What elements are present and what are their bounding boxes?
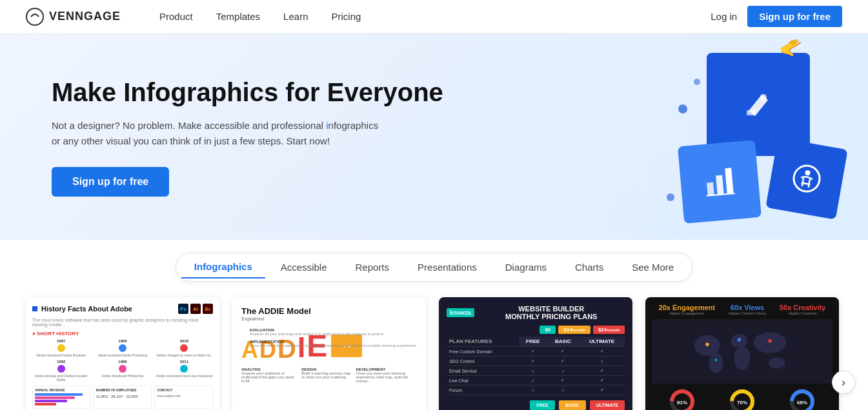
adobe-badges: Ps Ai Br: [178, 304, 213, 314]
cta-ultimate[interactable]: ULTIMATE: [590, 400, 625, 410]
row-seo: SEO Control ✓ ✓ ○: [447, 356, 625, 366]
stat-views: 60x Views Higher Content Views: [729, 304, 766, 315]
label-implementation: IMPLEMENTATIONOnce the learning experien…: [250, 340, 417, 347]
hero-title: Make Infographics for Everyone: [52, 77, 443, 108]
views-label: Higher Content Views: [729, 311, 766, 315]
donut-row: 81% 70%: [652, 387, 833, 410]
tab-diagrams[interactable]: Diagrams: [492, 257, 560, 278]
svg-text:68%: 68%: [797, 400, 807, 405]
svg-rect-6: [707, 182, 714, 196]
creativity-num: 50x Creativity: [780, 304, 826, 311]
addie-title: The ADDIE Model: [241, 306, 417, 316]
addie-staircase: A D D I E: [241, 328, 417, 364]
timeline-row-1: 1987 Adobe Introduced Adobe Illustrator …: [32, 339, 213, 357]
nav-pricing[interactable]: Pricing: [331, 8, 361, 24]
cta-buttons: FREE BASIC ULTIMATE: [447, 400, 625, 410]
donut-70: 70%: [728, 387, 756, 410]
row-email: Email Service ○ ○ ✓: [447, 366, 625, 376]
svg-point-5: [805, 170, 811, 175]
chart-icon: [698, 161, 740, 202]
main-nav: Product Templates Learn Pricing: [159, 8, 711, 24]
adobe-card-content: History Facts About Adobe Ps Ai Br The m…: [26, 297, 219, 410]
tab-charts[interactable]: Charts: [562, 257, 616, 278]
card-website-builder[interactable]: knowza WEBSITE BUILDERMONTHLY PRICING PL…: [439, 297, 632, 410]
timeline-2018: 2018 Adobe changed its name to Adobe Inc…: [156, 339, 213, 357]
stat-engagement: 20x Engagement Higher Engagement: [659, 304, 715, 315]
cta-free[interactable]: FREE: [530, 400, 555, 410]
addie-subtitle: Explained: [241, 316, 417, 322]
svg-point-0: [26, 8, 43, 25]
next-arrow[interactable]: ›: [832, 371, 855, 394]
svg-rect-7: [716, 175, 724, 195]
world-map-svg: [658, 322, 826, 380]
adobe-header: History Facts About Adobe Ps Ai Br: [32, 304, 213, 314]
svg-point-2: [760, 94, 767, 101]
bar-1: [35, 393, 83, 396]
svg-point-14: [734, 347, 750, 370]
tab-accessible[interactable]: Accessible: [268, 257, 340, 278]
dot-3: [667, 193, 674, 201]
signup-hero-button[interactable]: Sign up for free: [52, 167, 169, 197]
timeline-row-2: 1982 Adobe Acrobat and Charles-founded A…: [32, 360, 213, 382]
adobe-square-icon: [32, 306, 37, 311]
tab-see-more[interactable]: See More: [619, 257, 687, 278]
nav-templates[interactable]: Templates: [216, 8, 260, 24]
ultimate-forum: ✓: [579, 386, 625, 395]
svg-text:81%: 81%: [677, 400, 687, 405]
svg-text:70%: 70%: [737, 400, 747, 405]
employees-box: NUMBER OF EMPLOYEES 11,803 · 26,107 · 22…: [94, 386, 152, 409]
donut-70-chart: 70%: [728, 387, 756, 410]
tab-presentations[interactable]: Presentations: [405, 257, 490, 278]
header: VENNGAGE Product Templates Learn Pricing…: [0, 0, 868, 34]
engagement-num: 20x Engagement: [659, 304, 715, 311]
creativity-label: Higher Creativity: [780, 311, 826, 315]
timeline-dot-2011: [180, 365, 188, 373]
svg-rect-3: [747, 110, 756, 115]
card-addie[interactable]: The ADDIE Model Explained A D D: [232, 297, 426, 410]
basic-seo: ✓: [547, 356, 579, 366]
price-ultimate: $24/month: [593, 326, 625, 334]
short-history-heading: ● SHORT HISTORY: [32, 331, 213, 337]
logo-icon: [26, 8, 44, 26]
card-dark-map[interactable]: 20x Engagement Higher Engagement 60x Vie…: [645, 297, 839, 410]
col-basic: BASIC: [547, 337, 579, 347]
card-adobe-history[interactable]: History Facts About Adobe Ps Ai Br The m…: [26, 297, 219, 410]
col-ultimate: ULTIMATE: [579, 337, 625, 347]
pricing-header-row: PLAN FEATURES FREE BASIC ULTIMATE: [447, 337, 625, 347]
tab-infographics[interactable]: Infographics: [181, 256, 265, 278]
donut-68-chart: 68%: [788, 387, 816, 410]
website-card-title: WEBSITE BUILDERMONTHLY PRICING PLANS: [478, 305, 625, 320]
basic-chat: ✓: [547, 376, 579, 386]
bar-2: [35, 396, 75, 399]
donut-70-svg: 70%: [728, 387, 756, 410]
nav-product[interactable]: Product: [159, 8, 193, 24]
addie-card-content: The ADDIE Model Explained A D D: [232, 297, 426, 410]
hero-content: Make Infographics for Everyone Not a des…: [52, 77, 443, 197]
cta-basic[interactable]: BASIC: [559, 400, 586, 410]
addie-title-area: The ADDIE Model Explained: [241, 306, 417, 322]
svg-point-16: [769, 357, 785, 369]
login-button[interactable]: Log in: [711, 11, 737, 22]
svg-point-12: [709, 353, 723, 373]
donut-81: 81%: [668, 387, 696, 410]
dot-2: [694, 79, 700, 85]
feature-forum: Forum: [447, 386, 519, 395]
dark-top-stats: 20x Engagement Higher Engagement 60x Vie…: [652, 304, 833, 315]
nav-learn[interactable]: Learn: [283, 8, 308, 24]
logo[interactable]: VENNGAGE: [26, 8, 121, 26]
views-num: 60x Views: [729, 304, 766, 311]
adobe-stats: ANNUAL REVENUE NUMBER OF EMPLOYEES 11,80…: [32, 386, 213, 409]
timeline-1989: 1989 Adobe Introduced Photoshop: [94, 360, 151, 382]
website-card-content: knowza WEBSITE BUILDERMONTHLY PRICING PL…: [439, 297, 632, 410]
donut-68-svg: 68%: [788, 387, 816, 410]
signup-header-button[interactable]: Sign up for free: [747, 6, 842, 27]
label-development: DEVELOPMENTOnce you have your learning e…: [356, 367, 417, 383]
free-email: ○: [519, 366, 547, 376]
donut-68: 68%: [788, 387, 816, 410]
pricing-table: PLAN FEATURES FREE BASIC ULTIMATE Free C…: [447, 337, 625, 395]
basic-forum: ○: [547, 386, 579, 395]
tab-reports[interactable]: Reports: [343, 257, 403, 278]
cards-wrapper: History Facts About Adobe Ps Ai Br The m…: [0, 282, 868, 410]
svg-point-4: [791, 163, 821, 193]
puzzle-piece-2: [765, 137, 847, 219]
